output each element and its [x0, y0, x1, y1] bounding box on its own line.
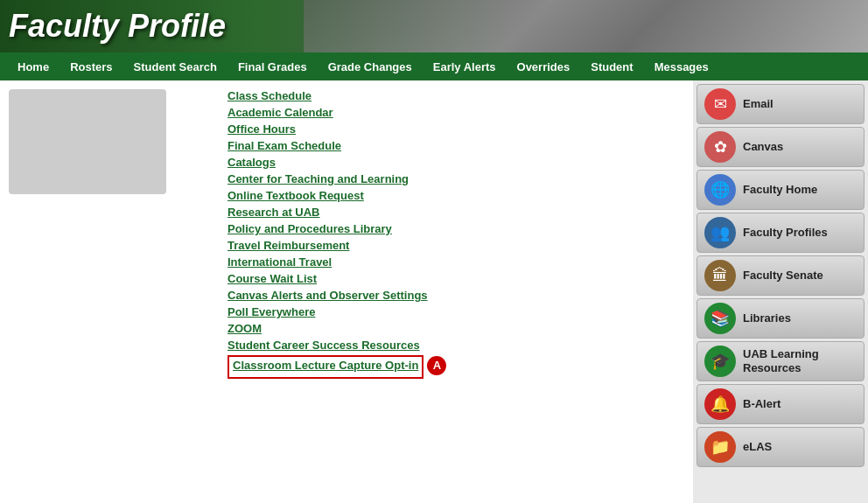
- right-btn-faculty-senate[interactable]: 🏛Faculty Senate: [696, 255, 864, 296]
- nav-item-rosters[interactable]: Rosters: [60, 52, 122, 80]
- link-12[interactable]: Canvas Alerts and Observer Settings: [228, 289, 676, 302]
- faculty-home-label: Faculty Home: [743, 183, 817, 197]
- nav-item-student-search[interactable]: Student Search: [123, 52, 228, 80]
- right-btn-faculty-profiles[interactable]: 👥Faculty Profiles: [696, 213, 864, 253]
- faculty-senate-icon: 🏛: [704, 260, 736, 291]
- nav-item-home[interactable]: Home: [7, 52, 60, 80]
- canvas-icon: ✿: [704, 131, 736, 163]
- right-btn-elas[interactable]: 📁eLAS: [696, 427, 864, 467]
- page-header: Faculty Profile: [0, 0, 868, 52]
- link-5[interactable]: Center for Teaching and Learning: [228, 172, 676, 185]
- elas-icon: 📁: [704, 431, 736, 463]
- page-title: Faculty Profile: [9, 8, 226, 45]
- elas-label: eLAS: [743, 440, 772, 454]
- link-10[interactable]: International Travel: [228, 255, 676, 269]
- badge-a: A: [427, 356, 446, 375]
- nav-item-final-grades[interactable]: Final Grades: [228, 52, 318, 80]
- link-16[interactable]: Classroom Lecture Capture Opt-in: [233, 359, 418, 372]
- link-15[interactable]: Student Career Success Resources: [228, 339, 676, 352]
- libraries-label: Libraries: [743, 311, 791, 325]
- sidebar-image-placeholder: [9, 89, 166, 194]
- main-content: Class ScheduleAcademic CalendarOffice Ho…: [0, 80, 868, 503]
- link-2[interactable]: Office Hours: [228, 122, 676, 136]
- b-alert-label: B-Alert: [743, 397, 780, 411]
- email-label: Email: [743, 97, 774, 111]
- link-4[interactable]: Catalogs: [228, 156, 676, 169]
- libraries-icon: 📚: [704, 303, 736, 334]
- link-3[interactable]: Final Exam Schedule: [228, 139, 676, 152]
- nav-item-student[interactable]: Student: [580, 52, 643, 80]
- b-alert-icon: 🔔: [704, 388, 736, 420]
- right-btn-b-alert[interactable]: 🔔B-Alert: [696, 384, 864, 424]
- nav-item-messages[interactable]: Messages: [644, 52, 719, 80]
- faculty-home-icon: 🌐: [704, 174, 736, 206]
- main-navbar: HomeRostersStudent SearchFinal GradesGra…: [0, 52, 868, 80]
- right-btn-faculty-home[interactable]: 🌐Faculty Home: [696, 170, 864, 210]
- left-sidebar: [0, 80, 210, 503]
- link-0[interactable]: Class Schedule: [228, 89, 676, 102]
- link-8[interactable]: Policy and Procedures Library: [228, 222, 676, 235]
- link-11[interactable]: Course Wait List: [228, 272, 676, 285]
- link-14[interactable]: ZOOM: [228, 322, 676, 335]
- nav-item-grade-changes[interactable]: Grade Changes: [318, 52, 423, 80]
- right-btn-uab-learning[interactable]: 🎓UAB Learning Resources: [696, 341, 864, 381]
- link-13[interactable]: Poll Everywhere: [228, 305, 676, 318]
- link-9[interactable]: Travel Reimbursement: [228, 239, 676, 252]
- email-icon: ✉: [704, 88, 736, 120]
- center-links-area: Class ScheduleAcademic CalendarOffice Ho…: [210, 80, 693, 503]
- uab-learning-icon: 🎓: [704, 346, 736, 377]
- right-sidebar: ✉Email✿Canvas🌐Faculty Home👥Faculty Profi…: [693, 80, 868, 503]
- link-1[interactable]: Academic Calendar: [228, 106, 676, 119]
- link-6[interactable]: Online Textbook Request: [228, 189, 676, 202]
- faculty-profiles-icon: 👥: [704, 217, 736, 248]
- faculty-profiles-label: Faculty Profiles: [743, 226, 828, 240]
- nav-item-early-alerts[interactable]: Early Alerts: [423, 52, 507, 80]
- uab-learning-label: UAB Learning Resources: [743, 347, 857, 374]
- canvas-label: Canvas: [743, 140, 783, 154]
- right-btn-canvas[interactable]: ✿Canvas: [696, 127, 864, 167]
- link-7[interactable]: Research at UAB: [228, 206, 676, 219]
- faculty-senate-label: Faculty Senate: [743, 269, 823, 283]
- header-background: [304, 0, 868, 52]
- nav-item-overrides[interactable]: Overrides: [507, 52, 581, 80]
- right-btn-email[interactable]: ✉Email: [696, 84, 864, 124]
- right-btn-libraries[interactable]: 📚Libraries: [696, 298, 864, 339]
